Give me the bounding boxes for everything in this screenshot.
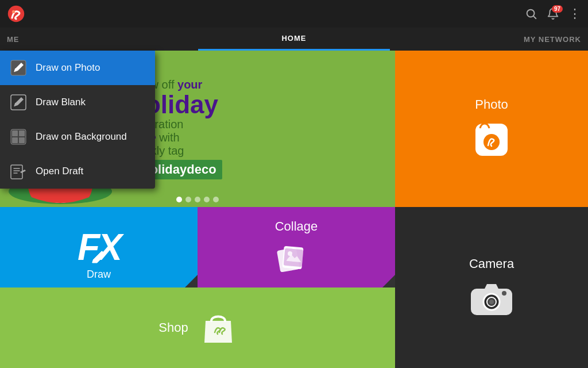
dropdown-item-draw-blank[interactable]: Draw Blank: [0, 85, 155, 120]
dropdown-menu: Draw on Photo Draw Blank Draw on Backgro…: [0, 51, 155, 189]
dot-2: [185, 197, 191, 202]
svg-line-3: [533, 16, 536, 18]
search-button[interactable]: [525, 7, 537, 20]
camera-icon: [469, 278, 514, 319]
notification-badge: 97: [552, 5, 563, 13]
svg-rect-46: [19, 137, 25, 143]
more-options-button[interactable]: ⋮: [568, 6, 581, 21]
nav-bar: ME HOME MY NETWORK: [0, 28, 588, 51]
dot-1: [176, 197, 182, 202]
collage-corner-indicator: [382, 275, 395, 288]
svg-point-37: [502, 291, 506, 296]
open-draft-icon: [9, 162, 28, 181]
dot-5: [213, 197, 219, 202]
dot-3: [195, 197, 200, 202]
draw-on-background-label: Draw on Background: [36, 131, 127, 143]
nav-me[interactable]: ME: [0, 28, 198, 51]
svg-point-1: [12, 10, 15, 13]
photo-label: Photo: [475, 97, 508, 112]
draw-on-photo-icon: [9, 59, 28, 77]
camera-cell[interactable]: Camera: [395, 207, 588, 368]
nav-my-network[interactable]: MY NETWORK: [390, 28, 588, 51]
open-draft-label: Open Draft: [36, 166, 83, 177]
svg-rect-43: [12, 131, 18, 136]
svg-rect-44: [19, 131, 25, 136]
top-bar-actions: 97 ⋮: [525, 6, 581, 21]
svg-point-36: [489, 300, 494, 304]
dot-4: [204, 197, 210, 202]
svg-point-28: [483, 134, 500, 150]
notification-button[interactable]: 97: [547, 7, 559, 20]
camera-label: Camera: [469, 256, 514, 271]
nav-home[interactable]: HOME: [198, 28, 389, 51]
top-bar: 97 ⋮: [0, 0, 588, 28]
photo-cell[interactable]: Photo: [395, 51, 588, 207]
draw-on-background-icon: [9, 128, 28, 146]
svg-rect-45: [12, 137, 18, 143]
shop-label: Shop: [158, 320, 188, 335]
collage-icon: [276, 241, 316, 275]
photo-icon: [471, 119, 512, 160]
draw-cell[interactable]: FX Draw: [0, 207, 198, 288]
draw-label: Draw: [87, 247, 111, 281]
shop-cell[interactable]: Shop: [0, 288, 395, 368]
draw-blank-label: Draw Blank: [36, 97, 86, 108]
dropdown-item-draw-on-photo[interactable]: Draw on Photo: [0, 51, 155, 85]
draw-blank-icon: [9, 93, 28, 112]
collage-cell[interactable]: Collage: [198, 207, 395, 288]
collage-label: Collage: [275, 219, 318, 234]
draw-corner-indicator: [185, 275, 198, 288]
app-logo: [7, 5, 25, 23]
draw-on-photo-label: Draw on Photo: [36, 62, 100, 74]
dropdown-item-open-draft[interactable]: Open Draft: [0, 154, 155, 189]
carousel-dots: [176, 197, 219, 202]
dropdown-item-draw-on-background[interactable]: Draw on Background: [0, 120, 155, 154]
shop-icon: [200, 307, 237, 348]
